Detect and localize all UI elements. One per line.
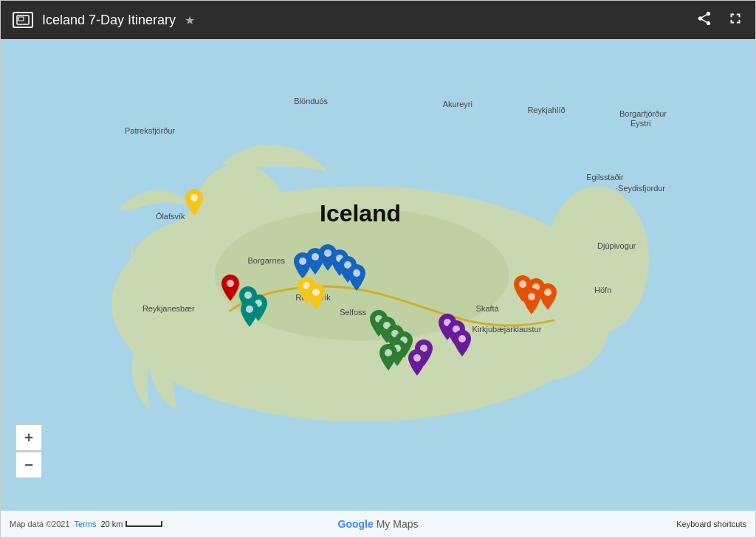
svg-text:·Seydisfjordur: ·Seydisfjordur [616,184,665,193]
share-icon[interactable] [696,10,712,30]
svg-point-45 [413,354,421,362]
map-pin[interactable] [523,288,540,317]
map-footer: Map data ©2021 Terms 20 km Google My Map… [1,511,755,537]
svg-text:Skaftá: Skaftá [476,304,500,313]
svg-text:Iceland: Iceland [320,200,401,227]
header-right [696,10,743,30]
footer-right: Keyboard shortcuts [676,520,746,528]
map-pin[interactable] [379,344,397,373]
svg-point-31 [312,253,319,261]
keyboard-shortcuts-label[interactable]: Keyboard shortcuts [676,520,746,528]
google-label: Google [338,518,374,530]
svg-point-51 [544,289,551,296]
svg-text:Selfoss: Selfoss [340,308,366,317]
my-maps-label: My Maps [374,518,419,530]
terms-link[interactable]: Terms [75,520,97,528]
svg-text:Eystri: Eystri [630,119,650,128]
map-data-label: Map data ©2021 [10,520,70,528]
svg-text:Kirkjubæjarklaustur: Kirkjubæjarklaustur [472,325,542,334]
svg-text:Borgarnes: Borgarnes [248,256,286,265]
page-title: Iceland 7-Day Itinerary [42,13,176,28]
fullscreen-icon[interactable] [727,10,743,30]
scale-bar: 20 km [100,520,162,528]
map-pin[interactable] [185,189,203,218]
svg-text:Djúpivogur: Djúpivogur [597,241,636,250]
header-left: Iceland 7-Day Itinerary ★ [13,12,195,28]
svg-point-37 [312,289,320,296]
footer-center: Google My Maps [338,518,419,530]
map-svg: Patreksfjörður Blönduós Akureyri Reykjah… [1,39,755,537]
svg-text:Ólafsvík: Ólafsvík [156,212,185,221]
star-icon[interactable]: ★ [185,13,195,27]
footer-left: Map data ©2021 Terms 20 km [10,520,162,528]
svg-point-30 [299,258,306,265]
svg-rect-1 [18,17,24,21]
header: Iceland 7-Day Itinerary ★ [1,1,755,39]
svg-text:Höfn: Höfn [594,286,611,294]
svg-point-35 [353,269,360,277]
svg-point-43 [385,349,392,356]
svg-text:Blönduós: Blönduós [294,97,328,106]
embed-icon[interactable] [13,12,33,28]
svg-point-5 [546,186,649,333]
svg-text:Borgarfjörður: Borgarfjörður [619,109,667,118]
map-pin[interactable] [539,283,557,313]
zoom-controls: + − [16,424,42,478]
svg-text:Reykjahlíð: Reykjahlíð [527,106,565,114]
map-pin[interactable] [307,283,325,313]
map-pin[interactable] [453,330,471,359]
svg-point-29 [246,306,253,313]
map-pin[interactable] [348,264,365,294]
svg-text:Patreksfjörður: Patreksfjörður [125,126,176,135]
scale-line [126,521,162,527]
svg-text:Egilsstaðir: Egilsstaðir [586,173,624,182]
map-container[interactable]: Patreksfjörður Blönduós Akureyri Reykjah… [1,39,755,537]
map-pin[interactable] [221,275,239,304]
svg-point-52 [528,293,535,300]
svg-text:Akureyri: Akureyri [443,100,472,108]
svg-point-26 [227,280,234,287]
map-pin[interactable] [241,300,258,330]
svg-point-48 [458,335,466,342]
svg-text:Reykjanesbær: Reykjanesbær [142,304,195,313]
zoom-out-button[interactable]: − [16,452,42,478]
svg-point-49 [519,280,526,288]
map-pin[interactable] [408,349,426,379]
svg-point-25 [190,194,198,201]
zoom-in-button[interactable]: + [16,424,42,451]
scale-label: 20 km [100,520,123,528]
